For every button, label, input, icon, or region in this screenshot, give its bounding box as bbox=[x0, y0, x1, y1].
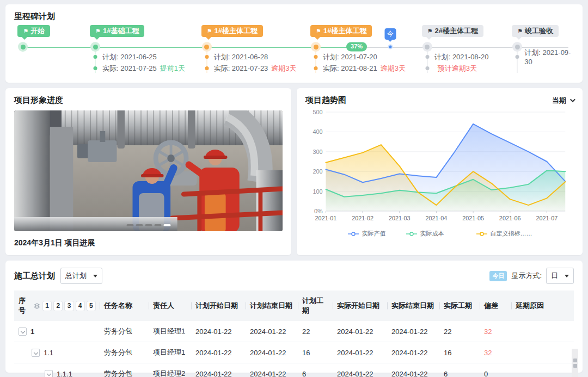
project-photo bbox=[14, 110, 283, 231]
display-mode-select[interactable]: 日 bbox=[546, 268, 574, 284]
cell-reason bbox=[511, 342, 574, 363]
side-panel-handle[interactable] bbox=[572, 349, 578, 377]
carousel-dot[interactable] bbox=[163, 224, 170, 226]
column-header-seq: 序号12345 bbox=[14, 291, 100, 321]
milestone-node[interactable] bbox=[90, 42, 100, 52]
carousel-dot[interactable] bbox=[154, 224, 161, 226]
milestone-badge[interactable]: ⚑竣工验收 bbox=[512, 25, 559, 37]
carousel-dot[interactable] bbox=[126, 224, 133, 226]
level-button[interactable]: 1 bbox=[43, 301, 51, 311]
legend-marker-icon bbox=[476, 231, 488, 237]
today-chip[interactable]: 今日 bbox=[489, 271, 507, 281]
cell-plan_start: 2024-01-22 bbox=[191, 321, 246, 342]
cell-dev: 32 bbox=[480, 321, 511, 342]
level-button[interactable]: 5 bbox=[87, 301, 95, 311]
level-button[interactable]: 4 bbox=[76, 301, 84, 311]
svg-text:2021-02: 2021-02 bbox=[352, 215, 373, 221]
cell-plan_end: 2024-01-22 bbox=[246, 342, 298, 363]
cell-task: 劳务分包 bbox=[100, 363, 149, 377]
cell-plan_days: 6 bbox=[298, 363, 333, 377]
layers-icon[interactable] bbox=[34, 302, 40, 310]
period-dropdown[interactable]: 当期 bbox=[552, 96, 574, 106]
milestone-node[interactable] bbox=[311, 42, 321, 52]
column-header: 计划结束日期 bbox=[246, 291, 298, 321]
milestone-badge[interactable]: ⚑2#楼主体工程 bbox=[422, 25, 483, 37]
legend-item[interactable]: 实际产值 bbox=[347, 230, 386, 238]
today-dot-icon bbox=[388, 45, 393, 50]
svg-text:100: 100 bbox=[313, 188, 322, 195]
milestone-date-line: 计划: 2021-07-20 bbox=[316, 51, 406, 63]
cell-owner: 项目经理1 bbox=[149, 342, 191, 363]
level-button[interactable]: 2 bbox=[54, 301, 62, 311]
milestone-date-line: 实际: 2021-08-21逾期3天 bbox=[316, 63, 406, 74]
milestone-dates: 计划: 2021-06-28实际: 2021-07-23逾期3天 bbox=[207, 51, 297, 74]
legend-item[interactable]: 自定义指标…… bbox=[476, 230, 532, 238]
milestone-date-line: 计划: 2021-08-20 bbox=[427, 51, 489, 63]
bullet-dot-icon bbox=[94, 66, 97, 70]
carousel-dot[interactable] bbox=[136, 224, 143, 226]
legend-item[interactable]: 实际成本 bbox=[406, 230, 444, 238]
svg-text:2021-04: 2021-04 bbox=[426, 215, 448, 221]
milestone-date-line: 计划: 2021-09-30 bbox=[517, 51, 574, 63]
milestone-node[interactable] bbox=[18, 42, 28, 52]
cell-dev: 0 bbox=[480, 363, 511, 377]
table-row[interactable]: 1.1劳务分包项目经理12024-01-222024-01-22162024-0… bbox=[14, 342, 574, 363]
milestone-timeline: ⚑开始⚑1#基础工程计划: 2021-06-25实际: 2021-07-25提前… bbox=[14, 24, 574, 78]
cell-reason bbox=[511, 363, 574, 377]
collapse-icon[interactable] bbox=[45, 370, 53, 377]
plan-select-value: 总计划 bbox=[65, 271, 87, 281]
flag-icon: ⚑ bbox=[316, 28, 321, 34]
svg-text:2021-03: 2021-03 bbox=[389, 215, 411, 221]
svg-text:500: 500 bbox=[313, 109, 322, 115]
milestone-date-line: 计划: 2021-06-25 bbox=[95, 51, 185, 63]
bullet-dot-icon bbox=[425, 55, 429, 59]
period-value: 当期 bbox=[552, 96, 566, 106]
table-row[interactable]: 1.1.1劳务分包项目经理22024-01-222024-01-2262024-… bbox=[14, 363, 574, 377]
cell-task: 劳务分包 bbox=[100, 342, 149, 363]
cell-act_start: 2024-01-22 bbox=[333, 321, 387, 342]
table-title: 施工总计划 bbox=[14, 271, 55, 281]
svg-text:0%: 0% bbox=[314, 208, 323, 214]
milestone-status: 预计逾期3天 bbox=[438, 64, 477, 73]
svg-text:2021-07: 2021-07 bbox=[536, 215, 558, 221]
cell-plan_days: 22 bbox=[298, 321, 333, 342]
milestone-node[interactable] bbox=[202, 42, 212, 52]
progress-pill: 37% bbox=[346, 42, 367, 51]
carousel-dot[interactable] bbox=[145, 224, 152, 226]
legend-marker-icon bbox=[347, 231, 359, 237]
svg-text:400: 400 bbox=[313, 128, 322, 135]
column-header: 计划工期 bbox=[298, 291, 333, 321]
construction-plan-card: 施工总计划 总计划 今日 显示方式: 日 序号12345任务名称责任人计划开始日… bbox=[5, 261, 583, 373]
milestone-title: 里程碑计划 bbox=[14, 11, 574, 22]
cell-dev: 32 bbox=[480, 342, 511, 363]
cell-act_end: 2024-01-22 bbox=[387, 363, 439, 377]
milestone-date-line: 实际: 2021-07-25提前1天 bbox=[95, 63, 185, 74]
photo-carousel[interactable] bbox=[14, 110, 283, 231]
milestone-node[interactable] bbox=[422, 42, 432, 52]
milestone-badge[interactable]: ⚑1#楼主体工程 bbox=[201, 25, 263, 37]
milestone-status: 逾期3天 bbox=[381, 64, 406, 73]
column-header: 延期原因 bbox=[511, 291, 574, 321]
row-id: 1.1 bbox=[44, 349, 53, 357]
cell-act_days: 22 bbox=[439, 321, 480, 342]
column-header: 偏差 bbox=[480, 291, 511, 321]
milestone-badge[interactable]: ⚑开始 bbox=[17, 25, 50, 37]
svg-text:2021-06: 2021-06 bbox=[499, 215, 521, 221]
milestone-node[interactable] bbox=[512, 42, 522, 52]
milestone-dates: 计划: 2021-09-30 bbox=[517, 51, 574, 63]
table-row[interactable]: 1劳务分包项目经理12024-01-222024-01-22222024-01-… bbox=[14, 321, 574, 342]
cell-owner: 项目经理1 bbox=[149, 321, 191, 342]
cell-reason bbox=[511, 321, 574, 342]
plan-select[interactable]: 总计划 bbox=[60, 268, 102, 284]
svg-text:200: 200 bbox=[313, 168, 322, 175]
milestone-badge[interactable]: ⚑1#楼主体工程 bbox=[310, 25, 372, 37]
milestone-date-line: 预计逾期3天 bbox=[427, 63, 489, 74]
milestone-badge[interactable]: ⚑1#基础工程 bbox=[90, 25, 144, 37]
column-header: 计划开始日期 bbox=[191, 291, 246, 321]
cell-act_start: 2024-01-22 bbox=[333, 363, 387, 377]
today-marker: 今 bbox=[384, 28, 396, 40]
collapse-icon[interactable] bbox=[19, 327, 27, 336]
bullet-dot-icon bbox=[205, 55, 209, 59]
collapse-icon[interactable] bbox=[32, 349, 40, 357]
level-button[interactable]: 3 bbox=[65, 301, 73, 311]
